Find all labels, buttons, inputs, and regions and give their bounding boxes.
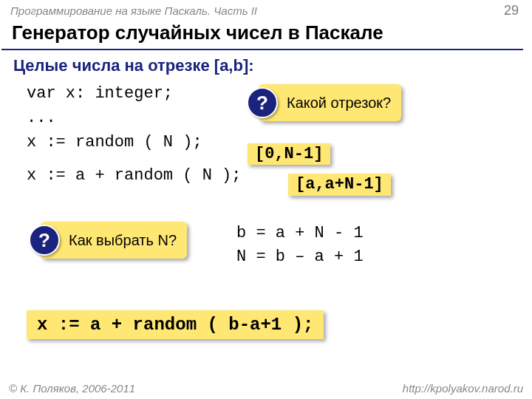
footer-copyright: © К. Поляков, 2006-2011 bbox=[9, 382, 135, 395]
final-formula: x := a + random ( b-a+1 ); bbox=[27, 310, 324, 339]
course-name: Программирование на языке Паскаль. Часть… bbox=[10, 4, 257, 17]
callout-text-2: Как выбрать N? bbox=[69, 232, 177, 249]
subtitle: Целые числа на отрезке [a,b]: bbox=[13, 56, 532, 75]
question-icon: ? bbox=[29, 225, 60, 256]
math-derivation: b = a + N - 1 N = b – a + 1 bbox=[236, 222, 364, 269]
callout-text-1: Какой отрезок? bbox=[287, 95, 391, 112]
label-interval-1: [0,N-1] bbox=[248, 143, 330, 165]
callout-which-interval: ? Какой отрезок? bbox=[259, 84, 401, 121]
footer-bar: © К. Поляков, 2006-2011 http://kpolyakov… bbox=[9, 382, 523, 395]
page-title: Генератор случайных чисел в Паскале bbox=[1, 20, 523, 50]
footer-url: http://kpolyakov.narod.ru bbox=[403, 382, 523, 395]
question-icon: ? bbox=[247, 87, 278, 118]
header-bar: Программирование на языке Паскаль. Часть… bbox=[0, 0, 532, 20]
code-block-2: x := a + random ( N ); bbox=[27, 163, 532, 188]
label-interval-2: [a,a+N-1] bbox=[288, 174, 391, 196]
callout-choose-n: ? Как выбрать N? bbox=[41, 222, 187, 259]
page-number: 29 bbox=[504, 3, 519, 18]
